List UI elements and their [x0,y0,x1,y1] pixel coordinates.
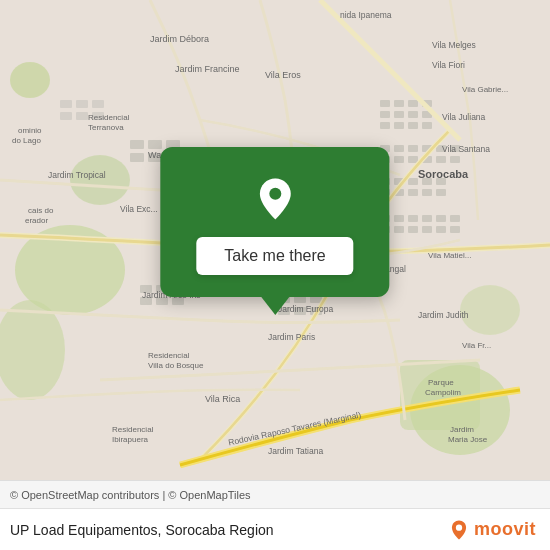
svg-text:Campolim: Campolim [425,388,461,397]
take-me-there-button[interactable]: Take me there [196,237,353,275]
svg-rect-57 [422,215,432,222]
svg-rect-8 [60,100,72,108]
svg-rect-64 [436,226,446,233]
svg-rect-56 [408,215,418,222]
svg-rect-26 [408,111,418,118]
svg-rect-17 [130,153,144,162]
svg-text:Terranova: Terranova [88,123,124,132]
svg-rect-61 [394,226,404,233]
svg-rect-22 [408,100,418,107]
svg-text:ominio: ominio [18,126,42,135]
svg-point-6 [460,285,520,335]
svg-text:Jardim Tatiana: Jardim Tatiana [268,446,323,456]
svg-rect-53 [436,189,446,196]
svg-rect-33 [394,145,404,152]
svg-rect-28 [380,122,390,129]
svg-rect-40 [408,156,418,163]
svg-text:Residencial: Residencial [148,351,190,360]
svg-rect-12 [76,112,88,120]
svg-point-119 [456,524,462,530]
moovit-brand-text: moovit [474,519,536,540]
svg-text:nida Ipanema: nida Ipanema [340,10,392,20]
svg-text:Vila Juliana: Vila Juliana [442,112,486,122]
svg-text:Villa do Bosque: Villa do Bosque [148,361,204,370]
svg-point-7 [10,62,50,98]
svg-text:Vila Fiori: Vila Fiori [432,60,465,70]
location-pin-icon [251,175,299,223]
svg-rect-55 [394,215,404,222]
svg-rect-31 [422,122,432,129]
svg-rect-15 [148,140,162,149]
svg-rect-21 [394,100,404,107]
svg-text:Vila Gabrie...: Vila Gabrie... [462,85,508,94]
svg-text:Vila Eros: Vila Eros [265,70,301,80]
svg-rect-34 [408,145,418,152]
svg-rect-25 [394,111,404,118]
svg-text:Vila Rica: Vila Rica [205,394,240,404]
svg-rect-43 [450,156,460,163]
map-container: Jardim Débora Jardim Francine Vila Eros … [0,0,550,480]
svg-text:Maria Jose: Maria Jose [448,435,488,444]
svg-rect-62 [408,226,418,233]
moovit-logo: moovit [448,519,536,541]
location-info-text: UP Load Equipamentos, Sorocaba Region [10,522,274,538]
svg-rect-29 [394,122,404,129]
svg-text:Sorocaba: Sorocaba [418,168,469,180]
svg-text:Jardim Francine: Jardim Francine [175,64,240,74]
svg-text:Jardim Tropical: Jardim Tropical [48,170,106,180]
svg-text:Vila Exc...: Vila Exc... [120,204,158,214]
svg-rect-30 [408,122,418,129]
svg-text:Vila Matiel...: Vila Matiel... [428,251,471,260]
svg-rect-11 [60,112,72,120]
svg-text:Ibirapuera: Ibirapuera [112,435,149,444]
svg-rect-58 [436,215,446,222]
svg-rect-51 [408,189,418,196]
svg-rect-10 [92,100,104,108]
svg-rect-39 [394,156,404,163]
svg-text:Jardim Paris: Jardim Paris [268,332,315,342]
svg-rect-59 [450,215,460,222]
svg-rect-63 [422,226,432,233]
svg-text:erador: erador [25,216,48,225]
svg-rect-52 [422,189,432,196]
moovit-pin-icon [448,519,470,541]
svg-text:Residencial: Residencial [88,113,130,122]
attribution-bar: © OpenStreetMap contributors | © OpenMap… [0,480,550,508]
svg-text:Jardim: Jardim [450,425,474,434]
popup-card: Take me there [160,147,389,297]
svg-rect-42 [436,156,446,163]
svg-rect-65 [450,226,460,233]
svg-text:do Lago: do Lago [12,136,41,145]
svg-text:Vila Melges: Vila Melges [432,40,476,50]
svg-text:Jardim Débora: Jardim Débora [150,34,209,44]
svg-text:Jardim Judith: Jardim Judith [418,310,469,320]
info-bar: UP Load Equipamentos, Sorocaba Region mo… [0,508,550,550]
svg-rect-46 [408,178,418,185]
svg-text:Residencial: Residencial [112,425,154,434]
attribution-text: © OpenStreetMap contributors | © OpenMap… [10,489,251,501]
svg-text:Vila Santana: Vila Santana [442,144,490,154]
svg-point-118 [269,188,281,200]
svg-text:Vila Fr...: Vila Fr... [462,341,491,350]
svg-rect-20 [380,100,390,107]
svg-rect-9 [76,100,88,108]
svg-rect-24 [380,111,390,118]
svg-point-4 [70,155,130,205]
svg-rect-14 [130,140,144,149]
svg-text:cais do: cais do [28,206,54,215]
svg-text:Parque: Parque [428,378,454,387]
